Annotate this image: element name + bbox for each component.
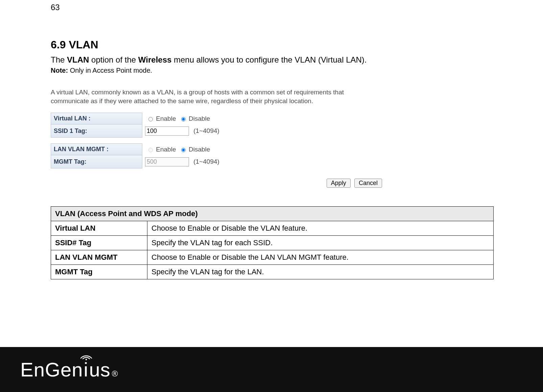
cancel-button[interactable]: Cancel	[354, 179, 382, 188]
desc-key: SSID# Tag	[51, 236, 147, 250]
engenius-logo: EnGenius®	[20, 358, 118, 381]
ssid1-tag-label: SSID 1 Tag:	[51, 124, 142, 138]
lan-vlan-mgmt-enable-radio[interactable]	[148, 148, 153, 152]
desc-table-title: VLAN (Access Point and WDS AP mode)	[51, 207, 494, 221]
virtual-lan-enable-option[interactable]: Enable	[145, 115, 178, 122]
desc-value: Choose to Enable or Disable the VLAN fea…	[147, 221, 494, 236]
note-text: Only in Access Point mode.	[68, 67, 152, 74]
apply-button[interactable]: Apply	[327, 179, 351, 188]
config-screenshot: A virtual LAN, commonly known as a VLAN,…	[51, 88, 382, 188]
intro-text: The	[51, 55, 67, 64]
virtual-lan-enable-radio[interactable]	[148, 117, 153, 121]
range-hint: (1~4094)	[193, 158, 219, 165]
vlan-description-table: VLAN (Access Point and WDS AP mode) Virt…	[51, 206, 494, 279]
registered-icon: ®	[112, 369, 118, 378]
lan-vlan-mgmt-disable-option[interactable]: Disable	[178, 146, 210, 153]
logo-text: i	[84, 359, 89, 381]
mgmt-tag-input[interactable]	[145, 157, 189, 166]
virtual-lan-label: Virtual LAN :	[51, 113, 142, 124]
virtual-lan-disable-option[interactable]: Disable	[178, 115, 210, 122]
desc-value: Specify the VLAN tag for each SSID.	[147, 236, 494, 250]
intro-paragraph: The VLAN option of the Wireless menu all…	[51, 55, 492, 65]
logo-text-i: i	[83, 358, 89, 381]
lan-vlan-mgmt-enable-option[interactable]: Enable	[145, 146, 178, 153]
logo-text: us	[89, 358, 110, 381]
intro-text: menu allows you to configure the VLAN (V…	[171, 55, 367, 64]
table-row: MGMT Tag Specify the VLAN tag for the LA…	[51, 265, 494, 279]
table-row: Virtual LAN Choose to Enable or Disable …	[51, 221, 494, 236]
enable-text: Enable	[156, 115, 176, 122]
vlan-form: Virtual LAN : Enable Disable SSID 1 Tag:	[51, 113, 382, 168]
range-hint: (1~4094)	[193, 127, 219, 134]
mgmt-tag-label: MGMT Tag:	[51, 155, 142, 168]
svg-point-0	[85, 359, 87, 360]
vlan-description: A virtual LAN, commonly known as a VLAN,…	[51, 88, 382, 105]
disable-text: Disable	[189, 146, 210, 153]
page-footer: EnGenius®	[0, 347, 543, 392]
virtual-lan-disable-radio[interactable]	[181, 117, 186, 121]
enable-text: Enable	[156, 146, 176, 153]
intro-bold-wireless: Wireless	[138, 55, 172, 64]
desc-key: Virtual LAN	[51, 221, 147, 236]
intro-text: option of the	[89, 55, 138, 64]
lan-vlan-mgmt-label: LAN VLAN MGMT :	[51, 144, 142, 155]
table-row: LAN VLAN MGMT Choose to Enable or Disabl…	[51, 250, 494, 265]
table-row: SSID# Tag Specify the VLAN tag for each …	[51, 236, 494, 250]
page-number: 63	[51, 3, 492, 12]
desc-key: LAN VLAN MGMT	[51, 250, 147, 265]
logo-text: EnGen	[20, 358, 83, 381]
desc-value: Choose to Enable or Disable the LAN VLAN…	[147, 250, 494, 265]
ssid1-tag-input[interactable]	[145, 126, 189, 136]
section-heading: 6.9 VLAN	[51, 39, 492, 51]
note-label: Note:	[51, 67, 68, 74]
note-paragraph: Note: Only in Access Point mode.	[51, 67, 492, 74]
disable-text: Disable	[189, 115, 210, 122]
lan-vlan-mgmt-disable-radio[interactable]	[181, 148, 186, 152]
intro-bold-vlan: VLAN	[67, 55, 89, 64]
desc-key: MGMT Tag	[51, 265, 147, 279]
desc-value: Specify the VLAN tag for the LAN.	[147, 265, 494, 279]
antenna-icon	[79, 350, 94, 360]
